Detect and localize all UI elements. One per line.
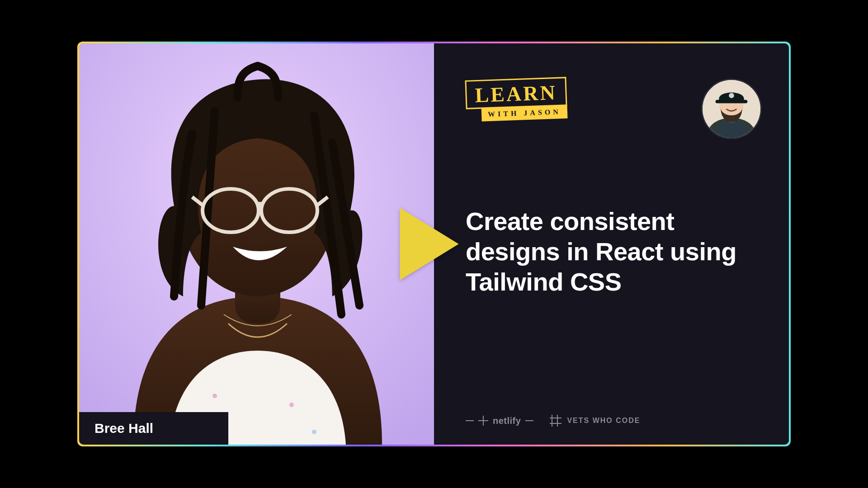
dash-icon (466, 420, 474, 421)
host-avatar-illustration (703, 80, 760, 138)
dash-icon (525, 420, 533, 421)
show-logo-top: LEARN (465, 77, 567, 109)
sponsor-row: netlify VETS WHO CODE (466, 415, 640, 427)
gradient-border: Bree Hall LEARN WITH JASON (77, 42, 791, 446)
sponsor-netlify: netlify (466, 416, 533, 426)
svg-rect-12 (716, 100, 748, 103)
sponsor-vets-who-code: VETS WHO CODE (550, 415, 640, 427)
sponsor-vets-label: VETS WHO CODE (567, 417, 640, 425)
episode-title: Create consistent designs in React using… (466, 206, 762, 297)
guest-name: Bree Hall (94, 421, 153, 436)
hash-icon (550, 415, 561, 427)
play-button[interactable] (400, 208, 459, 280)
guest-name-bar: Bree Hall (79, 412, 228, 445)
svg-point-13 (729, 93, 734, 98)
svg-point-1 (212, 394, 217, 398)
guest-photo-illustration (79, 43, 434, 445)
guest-photo-panel: Bree Hall (79, 43, 434, 445)
show-logo: LEARN WITH JASON (465, 77, 567, 122)
info-panel: LEARN WITH JASON (434, 43, 789, 445)
episode-title-block: Create consistent designs in React using… (466, 206, 762, 297)
stage: Bree Hall LEARN WITH JASON (0, 0, 868, 488)
svg-point-3 (312, 430, 316, 434)
sponsor-netlify-label: netlify (493, 416, 521, 426)
thumbnail-card: Bree Hall LEARN WITH JASON (79, 43, 789, 445)
show-logo-bottom: WITH JASON (481, 105, 568, 122)
svg-point-2 (289, 403, 294, 407)
host-avatar (701, 79, 762, 139)
spark-icon (478, 416, 488, 426)
